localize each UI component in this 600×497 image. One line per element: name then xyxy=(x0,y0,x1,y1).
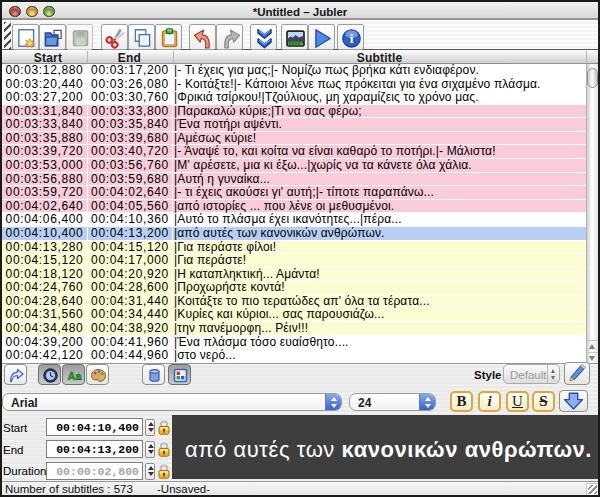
svg-text:Aa: Aa xyxy=(67,369,82,381)
svg-text:i: i xyxy=(349,31,353,46)
